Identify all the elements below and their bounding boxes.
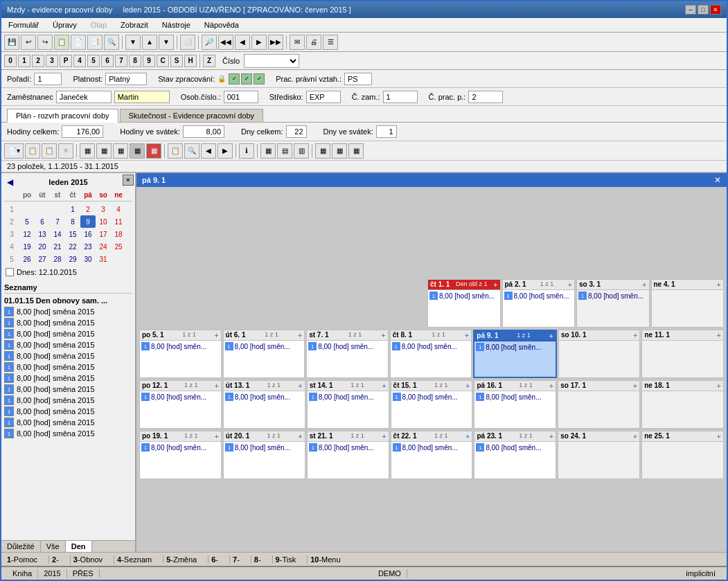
- tb3-view1[interactable]: ▦: [260, 143, 276, 159]
- tb-btn5[interactable]: 📄: [71, 35, 86, 50]
- tb3-prev[interactable]: ◀: [201, 143, 216, 159]
- list-item-9[interactable]: 1 8,00 [hod] směna 2015: [4, 395, 132, 406]
- day-cell-jan1[interactable]: čt 1. 1 Den obl z 1 + 1 8,00 [hod] směn.…: [427, 279, 501, 328]
- menu-formular[interactable]: Formulář: [4, 19, 43, 30]
- menu-napoveda[interactable]: Nápověda: [200, 19, 243, 30]
- num-P[interactable]: P: [60, 55, 72, 67]
- tb3-btn3[interactable]: 📋: [42, 143, 57, 159]
- day-cell-jan22[interactable]: čt 22. 1 1 z 1 + 1 8,00 [hod] směn...: [391, 431, 473, 479]
- day-cell-jan20[interactable]: út 20. 1 1 z 1 + 1 8,00 [hod] směn...: [223, 431, 305, 479]
- close-button[interactable]: ✕: [710, 5, 721, 15]
- tb-print[interactable]: 🖨: [306, 35, 321, 50]
- tb-next[interactable]: ▶: [251, 35, 267, 50]
- list-item-8[interactable]: 1 8,00 [hod] směna 2015: [4, 384, 132, 395]
- tb-btn2[interactable]: ↩: [21, 35, 36, 50]
- cal-prev[interactable]: ◀: [7, 177, 13, 187]
- tb-filter[interactable]: ▼: [125, 35, 141, 50]
- tb-save[interactable]: 💾: [4, 35, 19, 50]
- tb-prev[interactable]: ◀◀: [218, 35, 233, 50]
- day-cell-jan14[interactable]: st 14. 1 1 z 1 + 1 8,00 [hod] směn...: [307, 380, 389, 429]
- day-cell-jan13[interactable]: út 13. 1 1 z 1 + 1 8,00 [hod] směn...: [223, 380, 305, 429]
- list-item-12[interactable]: 1 8,00 [hod] směna 2015: [4, 428, 132, 439]
- tb3-view6[interactable]: ▦: [348, 143, 364, 159]
- num-8[interactable]: 8: [129, 55, 141, 67]
- tb3-grid2[interactable]: ▦: [96, 143, 112, 159]
- list-item-4[interactable]: 1 8,00 [hod] směna 2015: [4, 339, 132, 350]
- tb-btn10[interactable]: ⬜: [180, 35, 195, 50]
- tab-dulezite[interactable]: Důležité: [1, 541, 41, 552]
- tb-search[interactable]: 🔎: [202, 35, 217, 50]
- tab-vse[interactable]: Vše: [41, 541, 66, 552]
- minimize-button[interactable]: –: [685, 5, 696, 15]
- list-item-10[interactable]: 1 8,00 [hod] směna 2015: [4, 406, 132, 417]
- list-item-2[interactable]: 1 8,00 [hod] směna 2015: [4, 317, 132, 328]
- menu-nastroje[interactable]: Nástroje: [158, 19, 195, 30]
- day-cell-jan9[interactable]: pá 9. 1 1 z 1 + 1 8,00 [hod] směn...: [473, 330, 557, 378]
- num-4[interactable]: 4: [73, 55, 86, 67]
- tb-prev2[interactable]: ◀: [235, 35, 250, 50]
- day-cell-jan16[interactable]: pá 16. 1 1 z 1 + 1 8,00 [hod] směn...: [474, 380, 556, 429]
- menu-zobrazit[interactable]: Zobrazit: [116, 19, 152, 30]
- tb3-copy[interactable]: 📋: [168, 143, 183, 159]
- day-cell-jan12[interactable]: po 12. 1 1 z 1 + 1 8,00 [hod] směn...: [139, 380, 222, 429]
- tb3-view5[interactable]: ▦: [332, 143, 347, 159]
- num-7[interactable]: 7: [115, 55, 127, 67]
- list-item-3[interactable]: 1 8,00 [hod] směna 2015: [4, 328, 132, 339]
- num-Z[interactable]: Z: [203, 55, 215, 67]
- day-cell-jan23[interactable]: pá 23. 1 1 z 1 + 1 8,00 [hod] směn...: [474, 431, 556, 479]
- tb3-next[interactable]: ▶: [217, 143, 233, 159]
- tb-list[interactable]: ☰: [323, 35, 338, 50]
- tb3-btn4[interactable]: ✕: [58, 143, 73, 159]
- day-cell-jan11[interactable]: ne 11. 1 +: [641, 330, 724, 378]
- maximize-button[interactable]: □: [698, 5, 709, 15]
- day-cell-jan8[interactable]: čt 8. 1 1 z 1 + 1 8,00 [hod] směn...: [390, 330, 472, 378]
- day-cell-jan10[interactable]: so 10. 1 +: [558, 330, 641, 378]
- day-cell-jan18[interactable]: ne 18. 1 +: [641, 380, 724, 429]
- tb-btn8[interactable]: ▲: [142, 35, 157, 50]
- tb-btn4[interactable]: 📋: [54, 35, 69, 50]
- num-1[interactable]: 1: [18, 55, 30, 67]
- num-C[interactable]: C: [157, 55, 169, 67]
- tb3-grid5[interactable]: ▦: [146, 143, 161, 159]
- tb-btn3[interactable]: ↪: [37, 35, 53, 50]
- list-item-5[interactable]: 1 8,00 [hod] směna 2015: [4, 350, 132, 361]
- day-cell-jan3[interactable]: so 3. 1 + 1 8,00 [hod] směn...: [576, 279, 650, 328]
- list-item-1[interactable]: 1 8,00 [hod] směna 2015: [4, 306, 132, 317]
- tb3-view2[interactable]: ▤: [277, 143, 292, 159]
- num-5[interactable]: 5: [87, 55, 100, 67]
- day-cell-jan7[interactable]: st 7. 1 1 z 1 + 1 8,00 [hod] směn...: [306, 330, 389, 378]
- day-cell-jan2[interactable]: pá 2. 1 1 z 1 + 1 8,00 [hod] směn...: [502, 279, 576, 328]
- menu-olap[interactable]: Olap: [87, 19, 111, 30]
- num-9[interactable]: 9: [143, 55, 155, 67]
- tb3-new[interactable]: 📄▾: [4, 143, 24, 159]
- num-2[interactable]: 2: [32, 55, 44, 67]
- tb-btn6[interactable]: 📑: [87, 35, 103, 50]
- tab-plan[interactable]: Plán - rozvrh pracovní doby: [7, 109, 118, 123]
- list-item-7[interactable]: 1 8,00 [hod] směna 2015: [4, 373, 132, 384]
- day-cell-jan19[interactable]: po 19. 1 1 z 1 + 1 8,00 [hod] směn...: [139, 431, 222, 479]
- close-day-panel[interactable]: ✕: [714, 175, 721, 185]
- tb3-btn2[interactable]: 📋: [25, 143, 40, 159]
- tb3-grid3[interactable]: ▦: [113, 143, 128, 159]
- tb-next2[interactable]: ▶▶: [268, 35, 283, 50]
- day-cell-jan17[interactable]: so 17. 1 +: [558, 380, 640, 429]
- num-0[interactable]: 0: [4, 55, 17, 67]
- day-cell-jan21[interactable]: st 21. 1 1 z 1 + 1 8,00 [hod] směn...: [307, 431, 389, 479]
- tab-den[interactable]: Den: [66, 541, 92, 552]
- list-item-11[interactable]: 1 8,00 [hod] směna 2015: [4, 417, 132, 428]
- tab-skutecnost[interactable]: Skutečnost - Evidence pracovní doby: [120, 109, 264, 122]
- tb-email[interactable]: ✉: [290, 35, 305, 50]
- day-cell-jan4[interactable]: ne 4. 1 +: [651, 279, 725, 328]
- tb3-info[interactable]: ℹ: [239, 143, 254, 159]
- day-cell-jan15[interactable]: čt 15. 1 1 z 1 + 1 8,00 [hod] směn...: [391, 380, 473, 429]
- day-cell-jan6[interactable]: út 6. 1 1 z 1 + 1 8,00 [hod] směn...: [223, 330, 305, 378]
- num-3[interactable]: 3: [46, 55, 58, 67]
- num-H[interactable]: H: [184, 55, 197, 67]
- num-6[interactable]: 6: [101, 55, 114, 67]
- list-item-6[interactable]: 1 8,00 [hod] směna 2015: [4, 361, 132, 373]
- tb-btn9[interactable]: ▼: [159, 35, 174, 50]
- tb3-grid1[interactable]: ▦: [80, 143, 95, 159]
- tb3-search2[interactable]: 🔍: [184, 143, 199, 159]
- day-cell-jan24[interactable]: so 24. 1 +: [558, 431, 640, 479]
- day-cell-jan25[interactable]: ne 25. 1 +: [641, 431, 724, 479]
